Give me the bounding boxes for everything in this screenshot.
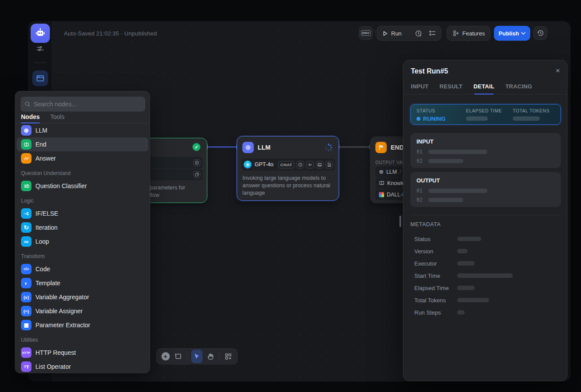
- pointer-tool-button-active[interactable]: [191, 350, 203, 363]
- node-item-question-classifier[interactable]: Question Classifier: [15, 179, 150, 193]
- image-capability-icon: [316, 161, 323, 168]
- node-item-variable-aggregator[interactable]: {x} Variable Aggregator: [15, 290, 150, 304]
- node-item-label: Template: [35, 280, 60, 287]
- organize-nodes-button[interactable]: [224, 351, 233, 362]
- node-item-if-else[interactable]: IF/ELSE: [15, 206, 150, 220]
- status-value: RUNING: [416, 116, 466, 122]
- output-card: OUTPUT 01 02: [410, 172, 561, 207]
- tab-nodes[interactable]: Nodes: [21, 113, 40, 123]
- hand-tool-button[interactable]: [205, 351, 215, 362]
- node-item-label: LLM: [35, 127, 47, 134]
- status-summary-card: STATUS RUNING ELAPSED TIME TOTAL TOKENS: [410, 104, 561, 125]
- publish-label: Publish: [499, 30, 519, 37]
- run-button[interactable]: Run: [382, 30, 402, 37]
- row-number: 02: [416, 158, 423, 164]
- panel-title: Test Run#5: [411, 67, 448, 75]
- app-logo-robot-icon[interactable]: [31, 24, 50, 43]
- metadata-label: Start Time: [410, 273, 457, 279]
- node-item-code[interactable]: </> Code: [15, 262, 150, 276]
- variable-assigner-icon: {=}: [21, 306, 32, 316]
- llm-node-description: Invoking large language models to answer…: [242, 175, 335, 197]
- run-history-clock-icon[interactable]: [415, 30, 422, 37]
- metadata-skeleton: [457, 310, 465, 315]
- dalle-icon: [379, 192, 384, 197]
- node-item-loop[interactable]: ∞ Loop: [15, 234, 150, 248]
- metadata-skeleton: [457, 286, 475, 290]
- tab-tools[interactable]: Tools: [50, 113, 65, 123]
- start-node-description-line: flow: [150, 192, 159, 199]
- search-box[interactable]: [21, 97, 145, 112]
- node-item-parameter-extractor[interactable]: ▦ Parameter Extractor: [15, 318, 150, 332]
- parameter-extractor-icon: ▦: [21, 320, 32, 330]
- model-selector[interactable]: GPT-4o CHAT: [242, 158, 335, 171]
- metadata-label: Total Tokens: [410, 297, 457, 304]
- env-variables-button[interactable]: ENV: [359, 26, 373, 40]
- test-run-panel: Test Run#5 × INPUT RESULT DETAIL TRACING…: [403, 60, 567, 381]
- publish-button[interactable]: Publish: [494, 26, 530, 41]
- hand-icon: [206, 353, 214, 360]
- preview-window-icon[interactable]: [32, 70, 48, 86]
- features-button[interactable]: Features: [447, 26, 490, 41]
- status-label: STATUS: [416, 108, 466, 113]
- cursor-icon: [193, 353, 200, 360]
- tab-detail[interactable]: DETAIL: [473, 83, 494, 90]
- checklist-icon[interactable]: [429, 30, 436, 37]
- tab-tracing[interactable]: TRACING: [505, 83, 532, 90]
- metadata-label: Executor: [410, 260, 457, 267]
- node-item-label: IF/ELSE: [35, 210, 58, 217]
- node-list: ⊕ LLM End Answer Question Understand Que…: [15, 123, 150, 373]
- node-item-end[interactable]: End: [17, 137, 148, 151]
- answer-icon: [21, 153, 32, 164]
- panel-resize-handle[interactable]: [399, 216, 401, 227]
- sliders-icon[interactable]: [36, 44, 45, 53]
- play-icon: [382, 31, 388, 36]
- if-else-icon: [21, 208, 32, 219]
- node-item-list-operator[interactable]: List Operator: [15, 360, 150, 373]
- autosave-status: Auto-Saved 21:02:35 · Unpublished: [64, 30, 157, 37]
- metadata-row: Status: [410, 233, 561, 245]
- topbar-divider: [375, 29, 375, 36]
- node-item-variable-assigner[interactable]: {=} Variable Assigner: [15, 304, 150, 318]
- chevron-down-icon: [521, 32, 525, 35]
- close-icon[interactable]: ×: [556, 66, 560, 75]
- audio-capability-icon: [306, 161, 314, 168]
- output-skeleton: [428, 189, 487, 193]
- question-classifier-icon: [21, 181, 32, 191]
- metadata-skeleton: [457, 237, 481, 241]
- node-item-label: Iteration: [35, 224, 58, 231]
- node-item-template[interactable]: ◐ Template: [15, 276, 150, 290]
- edge-llm-to-end: [339, 147, 370, 147]
- llm-node[interactable]: ⊕ LLM: [237, 136, 339, 201]
- version-history-button[interactable]: [533, 26, 547, 40]
- metadata-label: Run Steps: [410, 309, 457, 316]
- run-label: Run: [391, 30, 402, 37]
- tab-input[interactable]: INPUT: [411, 83, 429, 90]
- node-item-label: End: [35, 141, 46, 148]
- http-request-icon: HTTP: [21, 347, 32, 358]
- input-skeleton: [428, 159, 463, 163]
- search-input[interactable]: [34, 101, 141, 108]
- llm-icon: ⊕: [21, 125, 32, 136]
- run-panel-tabs: INPUT RESULT DETAIL TRACING: [403, 83, 567, 94]
- metadata-row: Run Steps: [410, 306, 561, 318]
- row-number: 01: [416, 149, 423, 155]
- metadata-label: Elapsed Time: [410, 285, 457, 291]
- field-doc-icon: [193, 159, 200, 166]
- add-node-button[interactable]: +: [161, 351, 170, 362]
- metadata-row: Start Time: [410, 270, 561, 282]
- tab-result[interactable]: RESULT: [440, 83, 463, 90]
- var-separator: /: [399, 169, 401, 175]
- output-skeleton: [428, 198, 463, 202]
- add-note-button[interactable]: [173, 351, 182, 362]
- variable-aggregator-icon: {x}: [21, 292, 32, 302]
- metadata-row: Total Tokens: [410, 294, 561, 306]
- node-item-http-request[interactable]: HTTP HTTP Request: [15, 346, 150, 360]
- plus-circle-icon: +: [161, 352, 170, 360]
- metadata-row: Executor: [410, 257, 561, 270]
- node-item-iteration[interactable]: ↻ Iteration: [15, 220, 150, 234]
- metadata-divider: [410, 215, 561, 215]
- node-item-llm[interactable]: ⊕ LLM: [15, 123, 150, 137]
- iteration-icon: ↻: [21, 222, 32, 233]
- end-node-flag-icon: [375, 142, 387, 153]
- node-item-answer[interactable]: Answer: [15, 151, 150, 165]
